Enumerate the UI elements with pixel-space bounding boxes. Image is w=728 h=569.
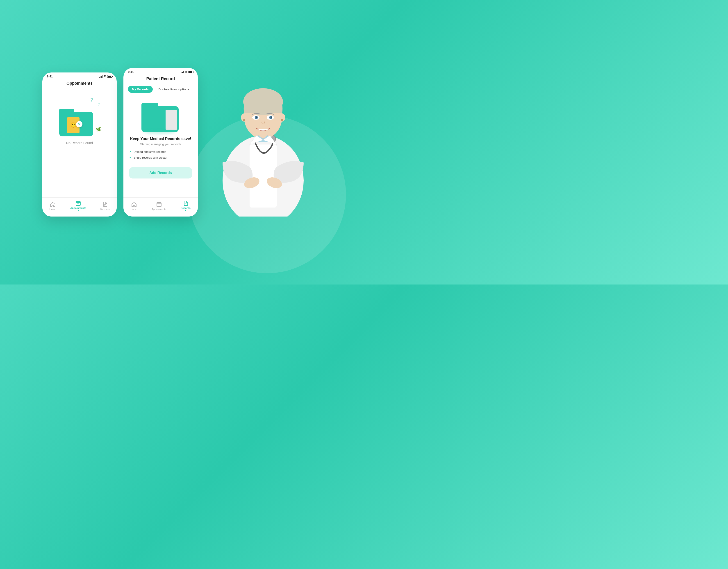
doctor-area [205,68,322,217]
tab-my-records[interactable]: My Records [128,86,153,93]
calendar-icon-right [156,202,162,207]
calendar-icon-left [75,201,81,206]
phone-appointments: 9:41 ⇈ Oppoinments ? ? [42,73,117,217]
bottom-nav-right: Home Appoinments [123,198,198,217]
feature-text-2: Share records with Doctor [134,156,167,159]
feature-list: ✓ Upload and save records ✓ Share record… [129,150,192,162]
status-icons-right: ⇈ [181,70,193,73]
nav-records-left[interactable]: Records [100,202,109,211]
nav-records-label-right: Records [181,207,191,209]
tab-doctors-prescriptions[interactable]: Doctors Prescriptions [155,86,193,93]
svg-point-18 [255,116,258,119]
nav-active-dot-left [78,210,79,211]
status-bar-right: 9:41 ⇈ [123,68,198,75]
home-icon-right [131,202,137,207]
nav-appointments-label-right: Appoinments [152,208,166,211]
phone-patient-record: 9:41 ⇈ Patient Record My Records Doctors… [123,68,198,217]
records-subtext: Starting managing your records [140,143,181,146]
feature-item-1: ✓ Upload and save records [129,150,192,154]
records-icon-right [183,201,188,206]
home-icon-left [50,202,55,207]
doctor-image [209,73,317,217]
wifi-icon-right: ⇈ [185,70,187,73]
records-icon-left [102,202,108,207]
record-content: Keep Your Medical Records save! Starting… [123,96,198,183]
folder-body-left: 🙁 ✕ [59,112,93,136]
nav-active-dot-right [185,210,186,211]
wifi-icon: ⇈ [104,75,106,78]
no-record-label: No Record Found [42,141,117,145]
battery-icon-right [188,71,193,73]
bottom-nav-left: Home Appoinments [42,198,117,217]
folder-body-right [141,106,179,132]
signal-icon [99,75,103,78]
svg-point-19 [269,116,272,119]
records-heading: Keep Your Medical Records save! [130,137,191,141]
tabs-bar: My Records Doctors Prescriptions [123,85,198,96]
nav-records-right[interactable]: Records [181,201,191,211]
feature-item-2: ✓ Share records with Doctor [129,156,192,159]
svg-point-14 [243,119,245,121]
check-icon-2: ✓ [129,156,132,159]
svg-point-21 [271,117,272,118]
folder-shadow [144,131,175,134]
svg-rect-1 [77,203,77,204]
empty-illustration: ? ? 🙁 ✕ 🌿 [57,96,102,136]
svg-rect-2 [78,203,79,204]
appointments-title: Oppoinments [42,79,117,89]
svg-point-20 [256,117,257,118]
status-bar-left: 9:41 ⇈ [42,73,117,79]
check-icon-1: ✓ [129,150,132,154]
patient-record-title: Patient Record [123,75,198,85]
nav-appointments-right[interactable]: Appoinments [152,202,166,211]
folder-illustration-right [141,101,180,132]
nav-appointments-label-left: Appoinments [70,207,86,209]
svg-point-15 [281,119,283,121]
leaf-decoration: 🌿 [96,127,101,132]
time-left: 9:41 [47,75,53,78]
nav-home-right[interactable]: Home [131,202,137,211]
time-right: 9:41 [128,70,134,74]
nav-appointments-left[interactable]: Appoinments [70,201,86,211]
nav-records-label-left: Records [100,208,109,211]
nav-home-label-right: Home [131,208,137,211]
battery-icon [107,75,112,78]
svg-rect-5 [250,145,277,208]
signal-icon-right [181,71,184,73]
nav-home-label-left: Home [50,208,56,211]
nav-home-left[interactable]: Home [50,202,56,211]
add-records-button[interactable]: Add Records [129,167,192,179]
content-area: 9:41 ⇈ Oppoinments ? ? [42,68,322,217]
status-icons-left: ⇈ [99,75,112,78]
feature-text-1: Upload and save records [134,150,166,154]
folder-x-mark: ✕ [76,121,82,127]
folder-papers [166,110,177,130]
svg-rect-3 [157,203,161,207]
